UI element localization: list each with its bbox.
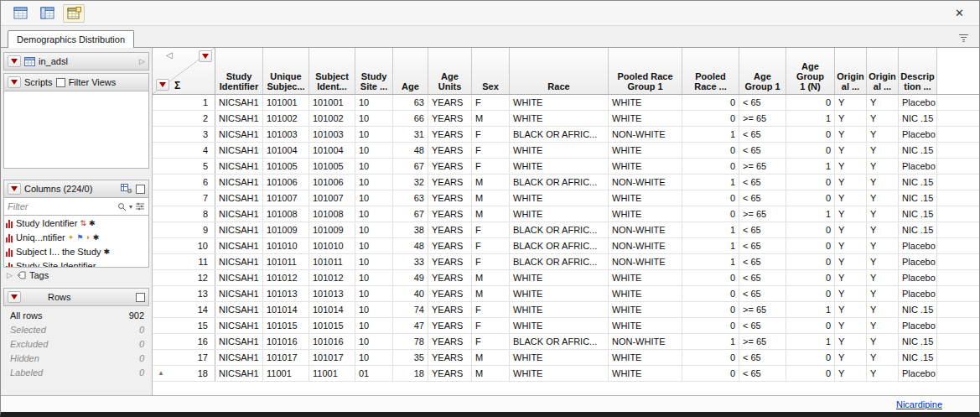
cell[interactable]: Y — [867, 302, 899, 317]
data-table-view-button[interactable] — [36, 4, 58, 23]
cell[interactable]: BLACK OR AFRIC... — [510, 254, 609, 269]
cell[interactable]: 101002 — [263, 111, 309, 126]
cell[interactable]: YEARS — [428, 206, 472, 222]
cell[interactable]: BLACK OR AFRIC... — [510, 334, 609, 349]
cell[interactable]: F — [472, 222, 510, 237]
cell[interactable]: 1 — [682, 175, 739, 190]
cell[interactable]: < 65 — [739, 270, 786, 285]
cell[interactable]: NICSAH1 — [215, 111, 263, 126]
cell[interactable]: 0 — [786, 175, 835, 190]
cell[interactable]: Y — [835, 254, 867, 269]
cell[interactable]: Y — [835, 238, 867, 253]
cell[interactable]: Y — [835, 159, 867, 174]
cell[interactable]: WHITE — [609, 286, 682, 301]
cell[interactable]: NICSAH1 — [215, 175, 263, 190]
cell[interactable]: 0 — [682, 302, 739, 317]
cell[interactable]: 101011 — [263, 254, 309, 269]
column-header[interactable]: Origin al ... — [835, 48, 867, 94]
cell[interactable]: NICSAH1 — [215, 366, 263, 381]
cell[interactable]: 0 — [682, 190, 739, 206]
cell[interactable]: >= 65 — [739, 302, 786, 317]
cell[interactable]: 0 — [682, 206, 739, 222]
cell[interactable]: WHITE — [510, 190, 609, 206]
cell[interactable]: M — [472, 286, 510, 301]
cell[interactable]: < 65 — [739, 318, 786, 333]
cell[interactable]: 0 — [682, 111, 739, 126]
cell[interactable]: 0 — [786, 127, 835, 142]
row-number[interactable]: 7 — [153, 190, 215, 206]
cell[interactable]: F — [472, 318, 510, 333]
filter-settings-icon[interactable] — [135, 202, 145, 211]
cell[interactable]: NIC .15 — [899, 175, 937, 190]
row-number[interactable]: 10 — [153, 238, 215, 253]
cell[interactable]: Placebo — [899, 238, 937, 253]
cell[interactable]: F — [472, 95, 510, 110]
cell[interactable]: >= 65 — [739, 111, 786, 126]
scripts-checkbox[interactable] — [56, 78, 65, 87]
cell[interactable]: 10 — [355, 350, 393, 365]
cell[interactable]: Y — [867, 350, 899, 365]
cell[interactable]: 1 — [682, 127, 739, 142]
cell[interactable]: < 65 — [739, 175, 786, 190]
cell[interactable]: 101014 — [309, 302, 355, 317]
cell[interactable]: 10 — [355, 127, 393, 142]
cell[interactable]: 101003 — [263, 127, 309, 142]
cell[interactable]: WHITE — [609, 143, 682, 158]
cell[interactable]: BLACK OR AFRIC... — [510, 175, 609, 190]
cell[interactable]: 10 — [355, 254, 393, 269]
cell[interactable]: NIC .15 — [899, 222, 937, 237]
filter-views-label[interactable]: Filter Views — [69, 77, 117, 87]
column-header[interactable]: Race — [510, 48, 609, 94]
cell[interactable]: 66 — [393, 111, 428, 126]
row-number[interactable]: 15 — [153, 318, 215, 333]
cell[interactable]: YEARS — [428, 318, 472, 333]
cell[interactable]: YEARS — [428, 238, 472, 253]
cell[interactable]: NICSAH1 — [215, 95, 263, 110]
row-number[interactable]: ▲18 — [153, 366, 215, 381]
cell[interactable]: WHITE — [510, 350, 609, 365]
row-number[interactable]: 3 — [153, 127, 215, 142]
scripts-red-triangle-menu[interactable] — [8, 76, 21, 88]
rows-red-triangle-menu[interactable] — [8, 291, 21, 303]
cell[interactable]: Y — [835, 334, 867, 349]
cell[interactable]: YEARS — [428, 95, 472, 110]
cell[interactable]: M — [472, 206, 510, 222]
cell[interactable]: 67 — [393, 206, 428, 222]
cell[interactable]: Placebo — [899, 318, 937, 333]
cell[interactable]: 0 — [682, 318, 739, 333]
cell[interactable]: 101004 — [263, 143, 309, 158]
cell[interactable]: 101004 — [309, 143, 355, 158]
cell[interactable]: 101007 — [309, 190, 355, 206]
cell[interactable]: Y — [867, 366, 899, 381]
cell[interactable]: WHITE — [510, 143, 609, 158]
cell[interactable]: 101010 — [309, 238, 355, 253]
column-header[interactable]: Study Site ... — [355, 48, 393, 94]
rows-checkbox[interactable] — [136, 293, 145, 302]
cell[interactable]: WHITE — [510, 318, 609, 333]
cell[interactable]: 49 — [393, 270, 428, 285]
cell[interactable]: 101011 — [309, 254, 355, 269]
cell[interactable]: Y — [835, 366, 867, 381]
cell[interactable]: Y — [867, 270, 899, 285]
cell[interactable]: 101016 — [309, 334, 355, 349]
columns-checkbox[interactable] — [136, 185, 145, 194]
cell[interactable]: NON-WHITE — [609, 238, 682, 253]
cell[interactable]: 10 — [355, 238, 393, 253]
cell[interactable]: 0 — [682, 286, 739, 301]
cell[interactable]: WHITE — [609, 366, 682, 381]
cell[interactable]: M — [472, 270, 510, 285]
cell[interactable]: Y — [867, 254, 899, 269]
cell[interactable]: 33 — [393, 254, 428, 269]
cell[interactable]: YEARS — [428, 190, 472, 206]
row-number[interactable]: 9 — [153, 222, 215, 237]
column-list-item[interactable]: Uniq...ntifier✦⚑◗✱ — [6, 231, 147, 245]
cell[interactable]: 101014 — [263, 302, 309, 317]
cell[interactable]: NON-WHITE — [609, 175, 682, 190]
tags-row[interactable]: ▷ Tags — [3, 268, 149, 283]
column-list-item[interactable]: Study Site Identifier — [6, 259, 147, 268]
cell[interactable]: 31 — [393, 127, 428, 142]
cell[interactable]: YEARS — [428, 143, 472, 158]
cell[interactable]: Y — [835, 175, 867, 190]
header-filter-icon[interactable] — [958, 34, 969, 43]
cell[interactable]: 101017 — [263, 350, 309, 365]
